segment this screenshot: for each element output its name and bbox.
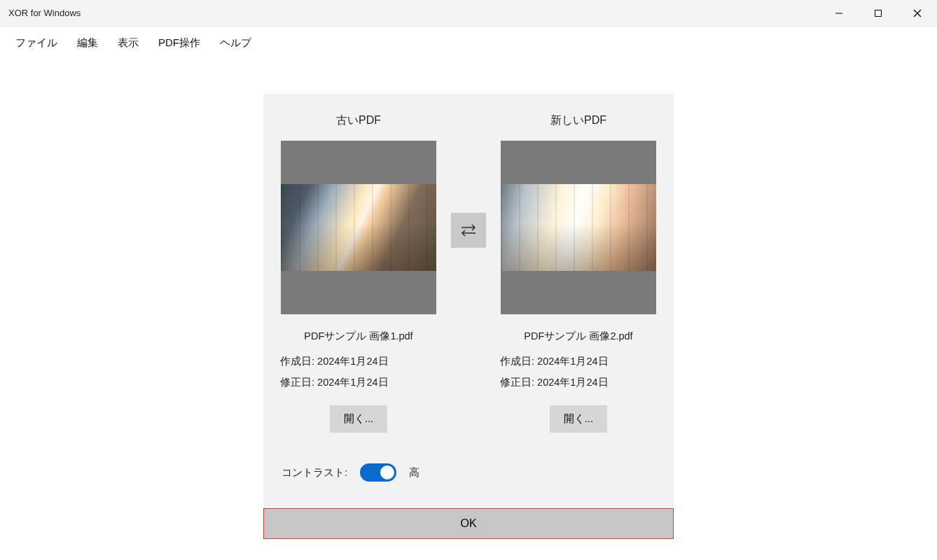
old-pdf-column: 古いPDF PDFサンプル 画像1.pdf 作成日: 2024年1月24日 修正…	[280, 113, 437, 433]
old-pdf-thumbnail-image	[281, 184, 436, 271]
swap-column	[451, 113, 486, 248]
close-button[interactable]	[898, 0, 937, 26]
old-pdf-created: 作成日: 2024年1月24日	[280, 351, 437, 372]
window-title: XOR for Windows	[8, 8, 81, 18]
menu-edit[interactable]: 編集	[67, 31, 108, 55]
new-pdf-open-button[interactable]: 開く...	[550, 405, 608, 433]
titlebar: XOR for Windows	[0, 0, 937, 27]
minimize-icon	[835, 9, 843, 18]
old-pdf-meta: 作成日: 2024年1月24日 修正日: 2024年1月24日	[280, 351, 437, 393]
new-pdf-created: 作成日: 2024年1月24日	[500, 351, 657, 372]
compare-row: 古いPDF PDFサンプル 画像1.pdf 作成日: 2024年1月24日 修正…	[280, 113, 657, 433]
menu-file[interactable]: ファイル	[6, 31, 67, 55]
window-controls	[819, 0, 937, 26]
menu-view[interactable]: 表示	[108, 31, 148, 55]
menubar: ファイル 編集 表示 PDF操作 ヘルプ	[0, 27, 937, 59]
menu-pdf-ops[interactable]: PDF操作	[148, 31, 210, 55]
new-pdf-column: 新しいPDF PDFサンプル 画像2.pdf 作成日: 2024年1月24日 修…	[500, 113, 657, 433]
menu-help[interactable]: ヘルプ	[210, 31, 261, 55]
maximize-icon	[874, 9, 882, 18]
minimize-button[interactable]	[819, 0, 859, 26]
toggle-knob	[380, 465, 394, 479]
new-pdf-meta: 作成日: 2024年1月24日 修正日: 2024年1月24日	[500, 351, 657, 393]
new-pdf-filename: PDFサンプル 画像2.pdf	[524, 330, 632, 343]
swap-button[interactable]	[451, 213, 486, 248]
main-area: 古いPDF PDFサンプル 画像1.pdf 作成日: 2024年1月24日 修正…	[0, 59, 937, 539]
svg-rect-1	[875, 10, 882, 16]
contrast-toggle[interactable]	[360, 463, 396, 482]
old-pdf-open-button[interactable]: 開く...	[330, 405, 388, 433]
old-pdf-title: 古いPDF	[336, 113, 381, 128]
new-pdf-modified: 修正日: 2024年1月24日	[500, 372, 657, 393]
ok-button[interactable]: OK	[263, 508, 674, 539]
contrast-value: 高	[409, 466, 419, 479]
new-pdf-thumbnail[interactable]	[501, 141, 656, 314]
maximize-button[interactable]	[859, 0, 898, 26]
swap-icon	[459, 223, 478, 237]
new-pdf-thumbnail-image	[501, 184, 656, 271]
old-pdf-filename: PDFサンプル 画像1.pdf	[304, 330, 412, 343]
old-pdf-modified: 修正日: 2024年1月24日	[280, 372, 437, 393]
new-pdf-title: 新しいPDF	[550, 113, 606, 128]
contrast-row: コントラスト: 高	[280, 463, 657, 482]
contrast-label: コントラスト:	[282, 466, 347, 479]
compare-panel: 古いPDF PDFサンプル 画像1.pdf 作成日: 2024年1月24日 修正…	[263, 94, 674, 539]
ok-row: OK	[263, 508, 674, 539]
old-pdf-thumbnail[interactable]	[281, 141, 436, 314]
close-icon	[913, 9, 922, 18]
